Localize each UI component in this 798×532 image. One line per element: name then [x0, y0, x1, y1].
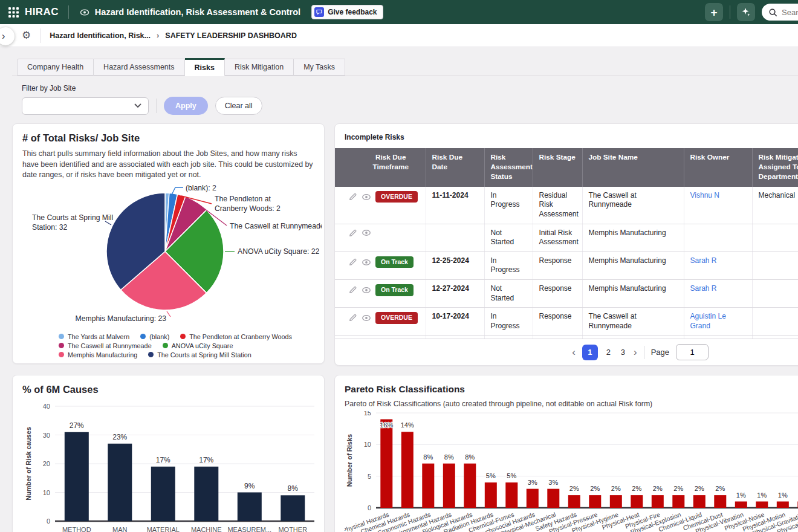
tab-company-health[interactable]: Company Health	[17, 59, 94, 76]
bar-value-label: 17%	[156, 456, 170, 464]
col-risk-mitigation-department[interactable]: Risk Mitigation Assigned To - Department	[752, 148, 798, 187]
table-row: OVERDUE10-17-2024In ProgressResponseThe …	[335, 308, 798, 336]
eye-icon	[80, 8, 89, 16]
table-row: Not StartedInitial Risk AssessmentMemphi…	[335, 224, 798, 251]
legend-item[interactable]: Memphis Manufacturing	[59, 351, 137, 358]
breadcrumb-divider	[40, 28, 41, 43]
timeframe-badge: On Track	[375, 284, 414, 296]
edit-record-icon[interactable]	[348, 285, 357, 294]
tab-my-tasks[interactable]: My Tasks	[294, 59, 345, 76]
legend-item[interactable]: ANOVA uCity Square	[163, 342, 233, 349]
legend-dot	[59, 343, 64, 348]
x-tick-label: MATERIAL	[147, 526, 180, 532]
table-row: OVERDUE11-11-2024In ProgressResidual Ris…	[335, 187, 798, 224]
bar	[693, 495, 706, 508]
risk-owner-link[interactable]: Sarah R	[690, 256, 717, 265]
job-site-select[interactable]	[22, 97, 149, 115]
bar	[151, 467, 175, 521]
bar-value-label: 2%	[653, 485, 663, 492]
apply-button[interactable]: Apply	[164, 97, 208, 115]
bar	[756, 502, 768, 508]
app-logo-text: HIRAC	[25, 6, 59, 18]
cell-assessment-status: Not Started	[491, 229, 514, 247]
bar-value-label: 8%	[465, 453, 475, 461]
edit-record-icon[interactable]	[348, 258, 357, 267]
panel-title: # of Total Risks/ Job Site	[22, 132, 314, 144]
legend-label: Memphis Manufacturing	[68, 351, 137, 358]
legend-item[interactable]: The Caswell at Runnymeade	[59, 342, 152, 349]
page-1-button[interactable]: 1	[582, 345, 598, 360]
edit-record-icon[interactable]	[348, 229, 357, 238]
risk-owner-link[interactable]: Aguistin Le Grand	[690, 312, 726, 330]
cell-risk-stage: Response	[539, 256, 572, 265]
table-row: On Track12-25-2024In ProgressResponseMem…	[335, 251, 798, 279]
col-risk-stage[interactable]: Risk Stage	[533, 148, 582, 187]
legend-item[interactable]: The Courts at Spring Mill Station	[148, 351, 251, 358]
panel-incomplete-risks: Incomplete Risks Risk Due Timeframe Risk…	[334, 123, 798, 366]
y-tick-label: 10	[364, 441, 371, 448]
bar	[281, 495, 305, 521]
risk-owner-link[interactable]: Sarah R	[690, 284, 717, 293]
col-risk-due-date[interactable]: Risk Due Date	[426, 148, 484, 187]
incomplete-risks-table: Risk Due Timeframe Risk Due Date Risk As…	[335, 148, 798, 339]
bar-value-label: 1%	[757, 491, 767, 499]
panel-title: Pareto Risk Classifications	[345, 384, 798, 395]
view-record-icon[interactable]	[362, 314, 371, 322]
y-tick-label: 0	[47, 517, 50, 525]
panel-total-risks-per-job-site: # of Total Risks/ Job Site This chart pu…	[12, 123, 325, 364]
pie-callout-label: The Courts at Spring Mill	[32, 213, 113, 222]
clear-all-button[interactable]: Clear all	[215, 97, 262, 115]
cell-due-date: 12-27-2024	[432, 284, 469, 293]
tab-risk-mitigation[interactable]: Risk Mitigation	[225, 59, 294, 76]
search-input[interactable]	[782, 8, 798, 17]
x-tick-label: MACHINE	[191, 526, 222, 532]
pie-callout-label: Station: 32	[32, 223, 67, 232]
breadcrumb-app-link[interactable]: Hazard Identification, Risk...	[50, 31, 151, 40]
bar-value-label: 8%	[423, 453, 433, 461]
col-risk-due-timeframe[interactable]: Risk Due Timeframe	[335, 148, 426, 187]
view-record-icon[interactable]	[362, 258, 371, 267]
cell-assessment-status: In Progress	[491, 312, 520, 330]
view-record-icon[interactable]	[362, 193, 371, 201]
bar-value-label: 5%	[486, 472, 496, 479]
bar-value-label: 2%	[695, 485, 704, 492]
legend-item[interactable]: The Yards at Malvern	[59, 333, 129, 340]
give-feedback-button[interactable]: Give feedback	[311, 5, 383, 19]
table-pagination: ‹ 1 2 3 › Page	[335, 339, 798, 365]
prev-page-button[interactable]: ‹	[572, 347, 576, 357]
edit-record-icon[interactable]	[348, 313, 357, 322]
legend-item[interactable]: (blank)	[140, 333, 169, 340]
col-risk-assessment-status[interactable]: Risk Assessment Status	[484, 148, 533, 187]
bar-value-label: 16%	[380, 421, 393, 429]
timeframe-badge: On Track	[375, 256, 414, 268]
edit-record-icon[interactable]	[348, 192, 357, 201]
chat-bubble-icon	[314, 7, 324, 17]
legend-dot	[148, 352, 154, 357]
dashboard-tabs: Company Health Hazard Assessments Risks …	[12, 59, 798, 76]
page-3-button[interactable]: 3	[619, 348, 627, 357]
bar	[194, 467, 218, 521]
legend-item[interactable]: The Pendleton at Cranberry Woods	[180, 333, 292, 340]
page-number-input[interactable]	[676, 344, 709, 360]
timeframe-badge: OVERDUE	[375, 312, 418, 324]
ai-sparkle-button[interactable]	[737, 3, 755, 21]
tab-hazard-assessments[interactable]: Hazard Assessments	[94, 59, 184, 76]
search-bar[interactable]	[762, 4, 798, 21]
view-record-icon[interactable]	[362, 229, 371, 237]
risk-owner-link[interactable]: Vishnu N	[690, 191, 719, 199]
tab-risks[interactable]: Risks	[185, 58, 225, 76]
page-2-button[interactable]: 2	[605, 348, 612, 357]
view-record-icon[interactable]	[362, 286, 371, 294]
col-risk-owner[interactable]: Risk Owner	[684, 148, 752, 187]
app-grid-icon[interactable]	[8, 7, 19, 18]
settings-gear-icon[interactable]: ⚙	[22, 29, 31, 42]
col-job-site-name[interactable]: Job Site Name	[582, 148, 684, 187]
bar	[422, 464, 434, 508]
bar-value-label: 8%	[288, 484, 299, 493]
legend-dot	[140, 334, 146, 339]
topbar-divider	[730, 5, 730, 19]
legend-label: The Pendleton at Cranberry Woods	[189, 333, 292, 340]
top-app-bar: HIRAC Hazard Identification, Risk Assess…	[0, 0, 798, 24]
next-page-button[interactable]: ›	[634, 347, 637, 357]
add-button[interactable]: +	[705, 3, 723, 21]
